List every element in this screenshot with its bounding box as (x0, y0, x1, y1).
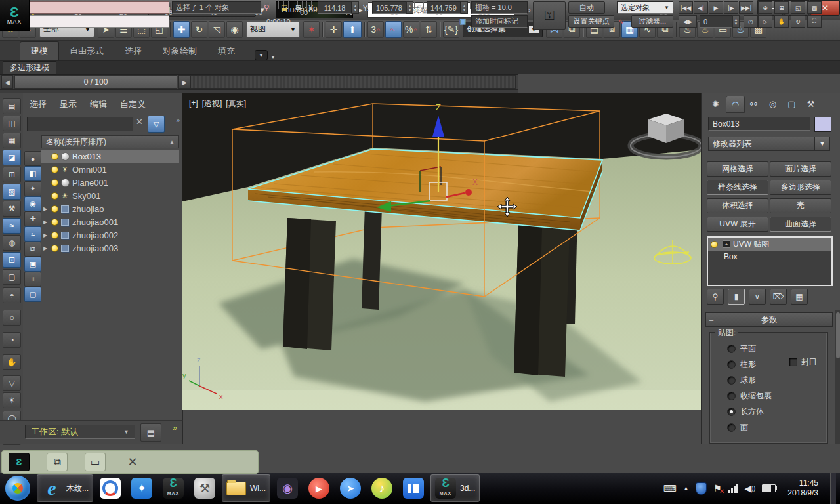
dock-icon-7[interactable]: ⚒ (3, 201, 21, 217)
time-tag-icon[interactable]: ▣ (459, 15, 466, 28)
visibility-bulb-icon[interactable] (51, 245, 58, 252)
expand-plus-icon[interactable]: + (723, 240, 730, 248)
selection-lock-icon[interactable]: ⬓ (281, 1, 287, 14)
list-item-sky001[interactable]: ▶ ☀ Sky001 (41, 189, 179, 202)
taskbar-baidu-netdisk[interactable] (96, 475, 125, 501)
list-item-plane001[interactable]: ▶ Plane001 (41, 176, 179, 189)
modifier-bulb-icon[interactable] (711, 241, 718, 248)
zoom-extents-icon[interactable]: ◱ (791, 1, 805, 14)
parameters-rollout-header[interactable]: – 参数 (705, 312, 833, 327)
object-name-field[interactable]: Box013 (708, 117, 810, 131)
select-and-move-icon[interactable]: ✚ (173, 21, 190, 38)
dock-icon-15[interactable]: ✋ (3, 354, 21, 370)
configure-modifier-sets-icon[interactable]: ▦ (791, 289, 808, 304)
next-frame-button[interactable]: |▶ (724, 1, 738, 14)
tab-create-icon[interactable]: ✺ (707, 96, 724, 112)
filter-containers-icon[interactable]: ▢ (24, 287, 41, 302)
add-time-tag[interactable]: 添加时间标记 (471, 15, 528, 28)
z-spinner[interactable]: ▲▼ (461, 1, 468, 14)
start-button[interactable] (5, 476, 30, 501)
dock-icon-8[interactable]: ≈ (3, 218, 21, 234)
vol-select-button[interactable]: 体积选择 (707, 198, 768, 213)
preview-window-icon[interactable]: ▭ (85, 453, 106, 471)
snap-toggle-3d-icon[interactable]: 3∩ (368, 21, 384, 38)
list-item-box013[interactable]: ▶ Box013 (41, 150, 179, 163)
remove-modifier-icon[interactable]: ⌦ (770, 289, 787, 304)
viewport-canvas[interactable]: Z X (182, 93, 701, 410)
perspective-viewport[interactable]: [+] [透视] [真实] (182, 93, 701, 410)
select-and-place-icon[interactable]: ◉ (226, 21, 243, 38)
zoom-extents-all-icon[interactable]: ▩ (807, 1, 822, 14)
filter-geometry-icon[interactable]: ● (24, 151, 41, 166)
zoom-icon[interactable]: ⊕ (758, 1, 772, 14)
visibility-bulb-icon[interactable] (51, 192, 58, 200)
dock-icon-13[interactable]: ○ (3, 310, 21, 326)
explorer-filter-funnel-icon[interactable]: ▽ (148, 116, 165, 133)
cap-checkbox[interactable]: 封口 (789, 356, 817, 368)
dock-icon-4[interactable]: ◪ (3, 150, 21, 165)
filter-bones-icon[interactable]: ⌗ (24, 272, 41, 287)
use-pivot-center-icon[interactable]: ✶ (303, 21, 320, 38)
visibility-bulb-icon[interactable] (51, 232, 58, 239)
explorer-search-input[interactable] (27, 117, 133, 131)
taskbar-qq-music[interactable]: ♪ (368, 475, 396, 501)
layers-stack-icon[interactable]: ▤ (140, 423, 161, 442)
action-center-flag-icon[interactable]: ⚑✕ (713, 483, 722, 494)
radio-box[interactable]: 长方体 (727, 406, 764, 417)
next-frame-arrow[interactable]: ▶ (178, 75, 190, 89)
taskbar-browser[interactable]: ➤ (336, 475, 365, 501)
y-coordinate-field[interactable]: 105.778 (372, 1, 406, 14)
tab-freeform[interactable]: 自由形式 (59, 42, 114, 60)
filter-groups-icon[interactable]: ⧉ (24, 242, 41, 257)
security-shield-icon[interactable] (696, 482, 707, 495)
radio-face[interactable]: 面 (727, 422, 748, 433)
go-to-start-button[interactable]: |◀◀ (679, 1, 693, 14)
dock-icon-11[interactable]: ▢ (3, 269, 21, 285)
volume-icon[interactable]: ◀)) (745, 483, 756, 494)
z-coordinate-field[interactable]: 144.759 (427, 1, 461, 14)
list-item-zhuojiao003[interactable]: ▶ zhuojiao003 (41, 242, 179, 255)
dock-icon-1[interactable]: ▤ (3, 98, 21, 114)
taskbar-potplayer[interactable]: ▶ (304, 475, 333, 501)
list-item-zhuojiao[interactable]: ▶ zhuojiao (41, 202, 179, 215)
time-configuration-icon[interactable]: ◷ (744, 15, 758, 28)
percent-snap-toggle-icon[interactable]: %∩ (403, 21, 419, 38)
filter-spacewarps-icon[interactable]: ≈ (24, 226, 41, 242)
shell-button[interactable]: 壳 (770, 198, 831, 213)
visibility-bulb-icon[interactable] (51, 166, 58, 173)
pan-hand-icon[interactable]: ✋ (774, 15, 789, 28)
zoom-all-icon[interactable]: ⊞ (774, 1, 789, 14)
select-and-scale-icon[interactable]: ◹ (209, 21, 225, 38)
go-to-end-button[interactable]: ▶▶| (739, 1, 753, 14)
taskbar-camera-app[interactable]: ◉ (273, 475, 302, 501)
spline-select-button[interactable]: 样条线选择 (707, 180, 768, 195)
tab-selection[interactable]: 选择 (114, 42, 152, 60)
tab-motion-icon[interactable]: ◎ (764, 96, 782, 112)
modifier-list-caret[interactable]: ▼ (814, 136, 830, 151)
taskbar-3dsmax[interactable]: ƐMAX (159, 475, 188, 501)
input-method-keyboard-icon[interactable]: ⌨ (663, 483, 677, 494)
overflow-chevron-icon[interactable]: » (173, 423, 177, 432)
y-spinner[interactable]: ▲▼ (406, 1, 413, 14)
absolute-mode-icon[interactable]: ⊞ (295, 1, 301, 14)
key-mode-toggle[interactable]: ◀▶ (679, 15, 697, 28)
taskbar-explorer[interactable]: Wi... (222, 474, 270, 502)
dock-icon-12[interactable]: ◓ (3, 287, 21, 303)
list-item-omni001[interactable]: ▶ ☀ Omni001 (41, 163, 179, 176)
dock-icon-5[interactable]: ⊞ (3, 167, 21, 182)
stack-item-uvw-map[interactable]: + UVW 贴图 (708, 238, 831, 251)
explorer-menu-customize[interactable]: 自定义 (120, 98, 146, 110)
taskbar-format-factory[interactable]: ⚒ (190, 475, 219, 501)
patch-select-button[interactable]: 面片选择 (770, 161, 831, 177)
edit-named-selection-sets-icon[interactable]: {✎} (443, 21, 459, 38)
surface-select-button[interactable]: 曲面选择 (770, 217, 831, 232)
select-and-manipulate-icon[interactable]: ✛ (326, 21, 342, 38)
list-item-zhuojiao002[interactable]: ▶ zhuojiao002 (41, 228, 179, 242)
frame-spinner[interactable]: ▲▼ (732, 15, 740, 28)
curve-icon[interactable]: ∿ (618, 15, 624, 28)
explorer-menu-select[interactable]: 选择 (30, 98, 47, 110)
radio-spherical[interactable]: 球形 (727, 375, 756, 386)
preview-cascade-icon[interactable]: ⧉ (47, 453, 68, 471)
x-coordinate-field[interactable]: -114.18 (318, 1, 352, 14)
radio-planar[interactable]: 平面 (727, 343, 756, 354)
